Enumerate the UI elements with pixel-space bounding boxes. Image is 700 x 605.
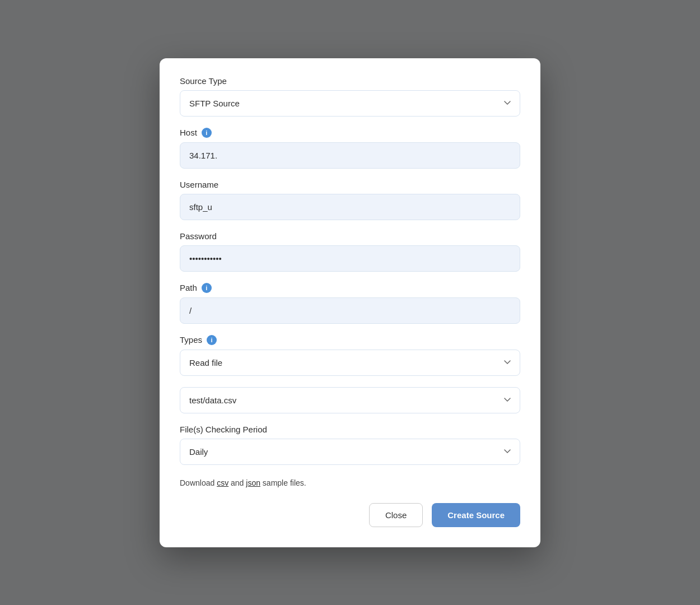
json-download-link[interactable]: json [246,478,260,487]
download-info: Download csv and json sample files. [180,478,520,487]
file-select-field: test/data.csv test/data.json data/output… [180,387,520,413]
path-input[interactable] [180,297,520,324]
source-type-select[interactable]: SFTP Source S3 Source HTTP Source Databa… [180,90,520,117]
modal-footer: Close Create Source [180,503,520,527]
username-field: Username [180,180,520,220]
checking-period-label: File(s) Checking Period [180,425,520,434]
source-type-field: Source Type SFTP Source S3 Source HTTP S… [180,76,520,117]
types-field: Types i Read file Write file List files [180,335,520,376]
host-input[interactable] [180,142,520,169]
types-info-icon[interactable]: i [207,335,217,345]
types-select[interactable]: Read file Write file List files [180,350,520,376]
password-label: Password [180,231,520,241]
checking-period-select[interactable]: Daily Hourly Weekly Monthly [180,439,520,465]
types-label-text: Types [180,335,202,345]
username-input[interactable] [180,194,520,220]
username-label: Username [180,180,520,189]
checking-period-field: File(s) Checking Period Daily Hourly Wee… [180,425,520,465]
types-label: Types i [180,335,520,345]
password-input[interactable] [180,245,520,272]
modal-wrapper: Source Type SFTP Source S3 Source HTTP S… [0,0,700,605]
close-button[interactable]: Close [369,503,423,527]
csv-download-link[interactable]: csv [217,478,228,487]
download-prefix: Download [180,478,217,487]
create-source-button[interactable]: Create Source [432,503,520,527]
modal-dialog: Source Type SFTP Source S3 Source HTTP S… [160,58,540,547]
host-label-text: Host [180,128,197,137]
download-suffix: sample files. [260,478,306,487]
host-info-icon[interactable]: i [202,128,212,138]
path-label-text: Path [180,283,197,292]
file-select[interactable]: test/data.csv test/data.json data/output… [180,387,520,413]
host-label: Host i [180,128,520,138]
password-field: Password [180,231,520,272]
download-middle: and [228,478,246,487]
path-field: Path i [180,283,520,324]
path-label: Path i [180,283,520,293]
host-field: Host i [180,128,520,169]
path-info-icon[interactable]: i [202,283,212,293]
source-type-label: Source Type [180,76,520,86]
